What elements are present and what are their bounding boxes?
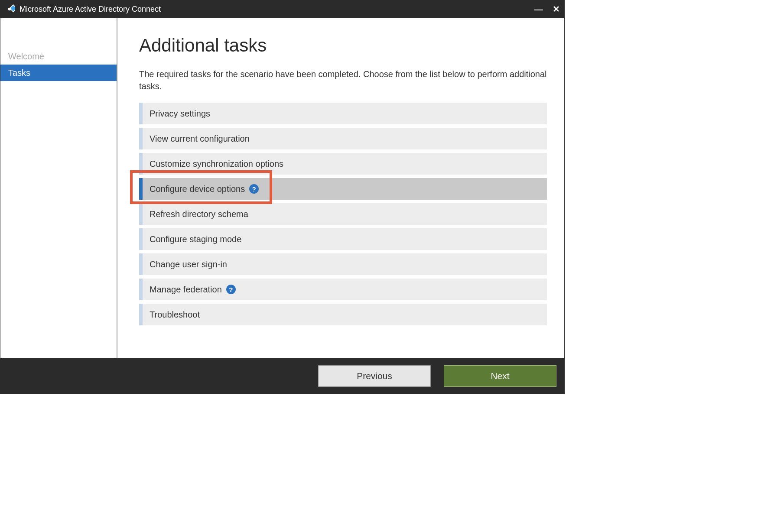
help-icon[interactable]: ? [249,184,259,194]
task-label: Manage federation [150,285,222,295]
svg-point-2 [8,8,11,11]
button-label: Next [491,371,509,381]
task-configure-device-options[interactable]: Configure device options ? [139,178,547,200]
body-area: Welcome Tasks Additional tasks The requi… [0,18,564,358]
task-label: Configure device options [150,184,245,194]
sidebar-item-label: Welcome [8,52,44,62]
task-manage-federation[interactable]: Manage federation ? [139,279,547,300]
help-icon[interactable]: ? [226,285,236,294]
main-content: Additional tasks The required tasks for … [117,18,564,358]
task-label: View current configuration [150,134,250,144]
task-configure-staging-mode[interactable]: Configure staging mode [139,228,547,250]
page-title: Additional tasks [139,35,547,56]
window-controls: — ✕ [534,5,560,13]
task-label: Privacy settings [150,109,210,119]
task-customize-sync-options[interactable]: Customize synchronization options [139,153,547,175]
sidebar-item-tasks[interactable]: Tasks [0,65,117,81]
page-description: The required tasks for the scenario have… [139,68,547,92]
minimize-icon[interactable]: — [534,5,543,13]
task-view-current-configuration[interactable]: View current configuration [139,128,547,149]
task-list: Privacy settings View current configurat… [139,103,547,325]
previous-button[interactable]: Previous [318,365,431,387]
task-label: Change user sign-in [150,260,227,269]
button-label: Previous [357,371,392,381]
task-troubleshoot[interactable]: Troubleshoot [139,304,547,325]
azure-ad-connect-icon [4,3,15,15]
task-label: Troubleshoot [150,310,200,320]
footer: Previous Next [0,358,564,394]
app-window: Microsoft Azure Active Directory Connect… [0,0,565,394]
app-title: Microsoft Azure Active Directory Connect [20,5,534,14]
sidebar-item-welcome[interactable]: Welcome [0,48,117,65]
close-icon[interactable]: ✕ [553,5,560,13]
task-refresh-directory-schema[interactable]: Refresh directory schema [139,203,547,225]
task-label: Refresh directory schema [150,209,248,219]
sidebar-item-label: Tasks [8,68,30,78]
task-label: Customize synchronization options [150,159,283,169]
task-change-user-sign-in[interactable]: Change user sign-in [139,253,547,275]
titlebar: Microsoft Azure Active Directory Connect… [0,0,564,18]
next-button[interactable]: Next [444,365,556,387]
task-label: Configure staging mode [150,234,241,244]
sidebar: Welcome Tasks [0,18,117,358]
task-privacy-settings[interactable]: Privacy settings [139,103,547,124]
